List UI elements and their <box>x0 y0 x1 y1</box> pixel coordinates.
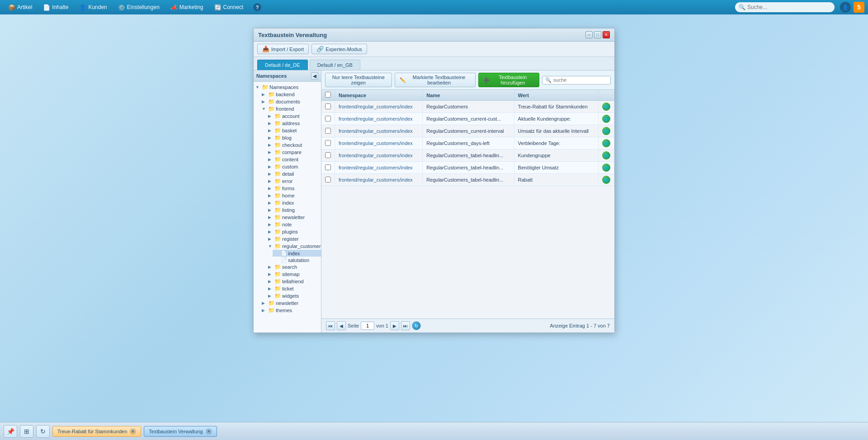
cell-namespace: frontend/regular_customers/index <box>335 162 423 174</box>
tree-item-note[interactable]: ▶📁note <box>266 221 321 228</box>
maximize-button[interactable]: □ <box>594 31 601 38</box>
tree-item-forms[interactable]: ▶📁forms <box>266 185 321 192</box>
tree-item-listing[interactable]: ▶📁listing <box>266 206 321 214</box>
close-tab-treue-button[interactable]: ✕ <box>130 428 136 435</box>
sidebar-collapse-button[interactable]: ◀ <box>311 72 318 80</box>
tab-en[interactable]: Default / en_GB <box>310 60 360 70</box>
empty-only-button[interactable]: Nur leere Textbausteine zeigen <box>325 73 392 87</box>
globe-button[interactable]: 🌐 <box>602 176 610 184</box>
empty-only-label: Nur leere Textbausteine zeigen <box>330 75 387 85</box>
notification-badge[interactable]: 5 <box>854 2 864 13</box>
pagination: ⏮ ◀ Seite von 1 ▶ ⏭ ↻ Anzeige Eintrag 1 … <box>321 318 614 332</box>
nav-marketing[interactable]: 📣 Marketing <box>166 2 208 13</box>
table-row[interactable]: frontend/regular_customers/index Regular… <box>321 150 614 162</box>
row-checkbox[interactable] <box>325 164 331 170</box>
nav-kunden[interactable]: 👤 Kunden <box>75 2 111 13</box>
tree-item-frontend[interactable]: ▼ 📁 frontend <box>260 105 321 112</box>
tree-item-custom[interactable]: ▶📁custom <box>266 163 321 170</box>
minimize-button[interactable]: ─ <box>585 31 593 38</box>
tab-de[interactable]: Default / de_DE <box>257 60 308 70</box>
row-checkbox[interactable] <box>325 103 331 109</box>
nav-connect[interactable]: 🔄 Connect <box>210 2 248 13</box>
page-refresh-button[interactable]: ↻ <box>412 321 421 330</box>
taskbar-tab-treue-rabatt[interactable]: Treue-Rabatt für Stammkunden ✕ <box>52 426 141 437</box>
tree-item-error[interactable]: ▶📁error <box>266 178 321 185</box>
close-tab-verwaltung-button[interactable]: ✕ <box>206 428 212 435</box>
row-checkbox[interactable] <box>325 128 331 134</box>
row-checkbox[interactable] <box>325 152 331 158</box>
nav-help[interactable]: ? <box>250 1 265 13</box>
cell-value: Treue-Rabatt für Stammkunden <box>514 101 598 113</box>
globe-button[interactable]: 🌐 <box>602 151 610 159</box>
tree-item-account[interactable]: ▶📁account <box>266 112 321 120</box>
topnav-right: 👤 5 <box>840 2 864 13</box>
taskbar-tab-treue-label: Treue-Rabatt für Stammkunden <box>57 429 127 434</box>
nav-artikel[interactable]: 📦 Artikel <box>4 2 37 13</box>
globe-button[interactable]: 🌐 <box>602 115 610 123</box>
tab-en-label: Default / en_GB <box>317 62 353 68</box>
dialog-textbaustein: Textbaustein Verwaltung ─ □ ✕ 📥 Import /… <box>253 28 615 333</box>
globe-button[interactable]: 🌐 <box>602 164 610 172</box>
globe-button[interactable]: 🌐 <box>602 103 610 111</box>
dialog-title: Textbaustein Verwaltung <box>258 32 327 38</box>
taskbar-grid-button[interactable]: ⊞ <box>20 425 33 438</box>
page-next-button[interactable]: ▶ <box>390 321 399 330</box>
nav-inhalte[interactable]: 📄 Inhalte <box>38 2 73 13</box>
tree-item-documents[interactable]: ▶ 📁 documents <box>260 98 321 105</box>
tree-item-newsletter[interactable]: ▶📁newsletter <box>266 214 321 221</box>
tree-item-compare[interactable]: ▶📁compare <box>266 149 321 156</box>
tree-item-backend[interactable]: ▶ 📁 backend <box>260 91 321 98</box>
tree-item-sitemap[interactable]: ▶📁sitemap <box>266 271 321 278</box>
tree-item-basket[interactable]: ▶📁basket <box>266 127 321 134</box>
nav-einstellungen[interactable]: ⚙️ Einstellungen <box>113 2 164 13</box>
experten-modus-button[interactable]: 🔗 Experten-Modus <box>311 44 367 54</box>
edit-marked-button[interactable]: ✏️ Markierte Textbausteine bearbeiten <box>395 73 476 87</box>
row-checkbox[interactable] <box>325 177 331 183</box>
tree-item-widgets[interactable]: ▶📁widgets <box>266 292 321 300</box>
table-row[interactable]: frontend/regular_customers/index Regular… <box>321 174 614 186</box>
content-search-input[interactable] <box>553 77 608 83</box>
globe-button[interactable]: 🌐 <box>602 139 610 147</box>
page-first-button[interactable]: ⏮ <box>326 321 335 330</box>
tree-item-home[interactable]: ▶📁home <box>266 192 321 199</box>
table-row[interactable]: frontend/regular_customers/index Regular… <box>321 113 614 125</box>
add-textbaustein-button[interactable]: ➕ Textbaustein hinzufügen <box>478 73 539 87</box>
select-all-checkbox[interactable] <box>325 92 331 98</box>
table-row[interactable]: frontend/regular_customers/index Regular… <box>321 162 614 174</box>
tree-item-ticket[interactable]: ▶📁ticket <box>266 285 321 292</box>
nav-marketing-label: Marketing <box>179 4 203 10</box>
tree-item-tellafriend[interactable]: ▶📁tellafriend <box>266 278 321 285</box>
table-row[interactable]: frontend/regular_customers/index Regular… <box>321 125 614 137</box>
row-checkbox[interactable] <box>325 140 331 146</box>
import-export-button[interactable]: 📥 Import / Export <box>257 44 309 54</box>
tree-item-newsletter2[interactable]: ▶📁newsletter <box>260 300 321 307</box>
tree-item-register[interactable]: ▶📁register <box>266 235 321 243</box>
tree-item-themes[interactable]: ▶📁themes <box>260 307 321 314</box>
import-export-label: Import / Export <box>271 47 304 52</box>
tree-item-salutation-file[interactable]: 📄 salutation <box>273 257 321 263</box>
tree-item-address[interactable]: ▶📁address <box>266 120 321 127</box>
globe-button[interactable]: 🌐 <box>602 127 610 135</box>
page-prev-button[interactable]: ◀ <box>337 321 346 330</box>
page-input[interactable] <box>361 322 374 330</box>
tree-item-index-file[interactable]: 📄 index <box>273 250 321 257</box>
tree-item-blog[interactable]: ▶📁blog <box>266 134 321 141</box>
taskbar-refresh-button[interactable]: ↻ <box>36 425 50 438</box>
tree-item-regular-customers[interactable]: ▼ 📁 regular_customers <box>266 243 321 250</box>
tree-item-search[interactable]: ▶📁search <box>266 263 321 271</box>
row-checkbox[interactable] <box>325 116 331 122</box>
user-avatar[interactable]: 👤 <box>840 2 851 13</box>
table-row[interactable]: frontend/regular_customers/index Regular… <box>321 101 614 113</box>
tree-item-checkout[interactable]: ▶📁checkout <box>266 141 321 149</box>
table-row[interactable]: frontend/regular_customers/index Regular… <box>321 137 614 150</box>
tree-item-namespaces-root[interactable]: ▼ 📁 Namespaces <box>254 84 321 91</box>
tree-item-plugins[interactable]: ▶📁plugins <box>266 228 321 235</box>
page-last-button[interactable]: ⏭ <box>401 321 410 330</box>
tree-item-index[interactable]: ▶📁index <box>266 199 321 206</box>
tree-item-content[interactable]: ▶📁content <box>266 156 321 163</box>
taskbar-tab-verwaltung[interactable]: Textbaustein Verwaltung ✕ <box>144 426 217 437</box>
taskbar-pin-button[interactable]: 📌 <box>4 425 17 438</box>
close-button[interactable]: ✕ <box>603 31 610 38</box>
tree-item-detail[interactable]: ▶📁detail <box>266 170 321 178</box>
global-search-input[interactable] <box>735 2 835 12</box>
